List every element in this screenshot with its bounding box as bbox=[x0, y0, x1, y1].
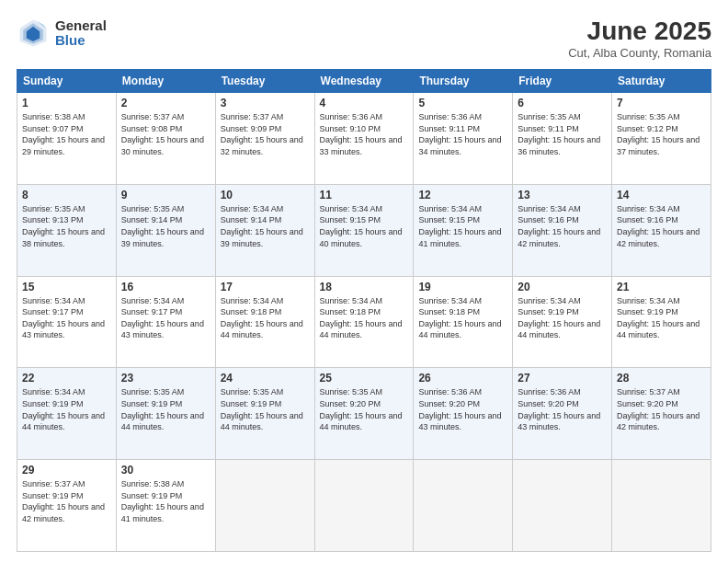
calendar-week-1: 1 Sunrise: 5:38 AMSunset: 9:07 PMDayligh… bbox=[17, 93, 711, 185]
calendar-week-4: 22 Sunrise: 5:34 AMSunset: 9:19 PMDaylig… bbox=[17, 368, 711, 460]
day-number: 26 bbox=[418, 372, 507, 385]
day-number: 7 bbox=[617, 97, 706, 109]
day-number: 28 bbox=[617, 372, 706, 385]
day-info: Sunrise: 5:36 AMSunset: 9:11 PMDaylight:… bbox=[418, 112, 501, 156]
day-info: Sunrise: 5:35 AMSunset: 9:13 PMDaylight:… bbox=[22, 204, 105, 248]
day-info: Sunrise: 5:35 AMSunset: 9:20 PMDaylight:… bbox=[320, 387, 403, 431]
day-info: Sunrise: 5:37 AMSunset: 9:08 PMDaylight:… bbox=[121, 112, 204, 156]
day-info: Sunrise: 5:35 AMSunset: 9:19 PMDaylight:… bbox=[221, 387, 303, 431]
day-number: 5 bbox=[418, 97, 507, 109]
day-info: Sunrise: 5:34 AMSunset: 9:19 PMDaylight:… bbox=[518, 296, 600, 340]
day-number: 18 bbox=[320, 281, 409, 293]
day-number: 21 bbox=[617, 281, 706, 293]
calendar-header-row: SundayMondayTuesdayWednesdayThursdayFrid… bbox=[17, 70, 711, 93]
day-info: Sunrise: 5:37 AMSunset: 9:20 PMDaylight:… bbox=[617, 387, 700, 431]
calendar-cell: 10 Sunrise: 5:34 AMSunset: 9:14 PMDaylig… bbox=[215, 184, 314, 276]
day-number: 12 bbox=[418, 189, 507, 201]
logo: General Blue bbox=[17, 17, 107, 50]
calendar-cell: 4 Sunrise: 5:36 AMSunset: 9:10 PMDayligh… bbox=[314, 93, 414, 185]
day-number: 10 bbox=[221, 189, 310, 201]
day-info: Sunrise: 5:34 AMSunset: 9:15 PMDaylight:… bbox=[320, 204, 403, 248]
day-info: Sunrise: 5:34 AMSunset: 9:16 PMDaylight:… bbox=[617, 204, 700, 248]
calendar-cell: 20 Sunrise: 5:34 AMSunset: 9:19 PMDaylig… bbox=[513, 276, 612, 368]
day-info: Sunrise: 5:34 AMSunset: 9:16 PMDaylight:… bbox=[518, 204, 600, 248]
day-info: Sunrise: 5:34 AMSunset: 9:18 PMDaylight:… bbox=[221, 296, 303, 340]
title-area: June 2025 Cut, Alba County, Romania bbox=[568, 17, 711, 60]
calendar-cell: 26 Sunrise: 5:36 AMSunset: 9:20 PMDaylig… bbox=[414, 368, 513, 460]
calendar-cell: 14 Sunrise: 5:34 AMSunset: 9:16 PMDaylig… bbox=[612, 184, 711, 276]
calendar-cell: 2 Sunrise: 5:37 AMSunset: 9:08 PMDayligh… bbox=[116, 93, 215, 185]
logo-blue-text: Blue bbox=[55, 33, 107, 49]
calendar-cell: 11 Sunrise: 5:34 AMSunset: 9:15 PMDaylig… bbox=[314, 184, 414, 276]
day-number: 11 bbox=[320, 189, 409, 201]
calendar-cell: 24 Sunrise: 5:35 AMSunset: 9:19 PMDaylig… bbox=[215, 368, 314, 460]
calendar-cell bbox=[314, 460, 414, 552]
day-number: 29 bbox=[22, 464, 111, 477]
day-info: Sunrise: 5:35 AMSunset: 9:19 PMDaylight:… bbox=[121, 387, 204, 431]
calendar-cell bbox=[612, 460, 711, 552]
day-info: Sunrise: 5:35 AMSunset: 9:12 PMDaylight:… bbox=[617, 112, 700, 156]
col-header-friday: Friday bbox=[513, 70, 612, 93]
subtitle: Cut, Alba County, Romania bbox=[568, 46, 711, 60]
calendar-cell bbox=[513, 460, 612, 552]
day-number: 4 bbox=[320, 97, 409, 109]
day-info: Sunrise: 5:34 AMSunset: 9:18 PMDaylight:… bbox=[418, 296, 501, 340]
day-info: Sunrise: 5:34 AMSunset: 9:15 PMDaylight:… bbox=[418, 204, 501, 248]
day-number: 23 bbox=[121, 372, 210, 385]
calendar-cell: 22 Sunrise: 5:34 AMSunset: 9:19 PMDaylig… bbox=[17, 368, 117, 460]
calendar-cell: 15 Sunrise: 5:34 AMSunset: 9:17 PMDaylig… bbox=[17, 276, 117, 368]
calendar-cell: 19 Sunrise: 5:34 AMSunset: 9:18 PMDaylig… bbox=[414, 276, 513, 368]
page: General Blue June 2025 Cut, Alba County,… bbox=[0, 0, 728, 563]
day-number: 3 bbox=[221, 97, 310, 109]
col-header-monday: Monday bbox=[116, 70, 215, 93]
calendar-cell: 9 Sunrise: 5:35 AMSunset: 9:14 PMDayligh… bbox=[116, 184, 215, 276]
day-info: Sunrise: 5:34 AMSunset: 9:19 PMDaylight:… bbox=[22, 387, 105, 431]
calendar-cell bbox=[215, 460, 314, 552]
day-info: Sunrise: 5:34 AMSunset: 9:17 PMDaylight:… bbox=[22, 296, 105, 340]
day-number: 2 bbox=[121, 97, 210, 109]
calendar-cell: 21 Sunrise: 5:34 AMSunset: 9:19 PMDaylig… bbox=[612, 276, 711, 368]
calendar-cell: 25 Sunrise: 5:35 AMSunset: 9:20 PMDaylig… bbox=[314, 368, 414, 460]
day-number: 9 bbox=[121, 189, 210, 201]
day-number: 8 bbox=[22, 189, 111, 201]
logo-general-text: General bbox=[55, 18, 107, 34]
calendar-table: SundayMondayTuesdayWednesdayThursdayFrid… bbox=[17, 69, 711, 552]
day-number: 22 bbox=[22, 372, 111, 385]
calendar-cell: 30 Sunrise: 5:38 AMSunset: 9:19 PMDaylig… bbox=[116, 460, 215, 552]
day-info: Sunrise: 5:35 AMSunset: 9:14 PMDaylight:… bbox=[121, 204, 204, 248]
logo-text: General Blue bbox=[55, 18, 107, 49]
day-number: 1 bbox=[22, 97, 111, 109]
day-info: Sunrise: 5:35 AMSunset: 9:11 PMDaylight:… bbox=[518, 112, 600, 156]
day-info: Sunrise: 5:34 AMSunset: 9:14 PMDaylight:… bbox=[221, 204, 303, 248]
day-number: 30 bbox=[121, 464, 210, 477]
day-number: 14 bbox=[617, 189, 706, 201]
calendar-cell: 5 Sunrise: 5:36 AMSunset: 9:11 PMDayligh… bbox=[414, 93, 513, 185]
calendar-cell: 8 Sunrise: 5:35 AMSunset: 9:13 PMDayligh… bbox=[17, 184, 117, 276]
day-info: Sunrise: 5:37 AMSunset: 9:09 PMDaylight:… bbox=[221, 112, 303, 156]
calendar-cell: 16 Sunrise: 5:34 AMSunset: 9:17 PMDaylig… bbox=[116, 276, 215, 368]
col-header-wednesday: Wednesday bbox=[314, 70, 414, 93]
day-number: 15 bbox=[22, 281, 111, 293]
calendar-cell: 29 Sunrise: 5:37 AMSunset: 9:19 PMDaylig… bbox=[17, 460, 117, 552]
col-header-tuesday: Tuesday bbox=[215, 70, 314, 93]
calendar-cell: 7 Sunrise: 5:35 AMSunset: 9:12 PMDayligh… bbox=[612, 93, 711, 185]
day-number: 27 bbox=[518, 372, 607, 385]
calendar-cell: 18 Sunrise: 5:34 AMSunset: 9:18 PMDaylig… bbox=[314, 276, 414, 368]
day-info: Sunrise: 5:37 AMSunset: 9:19 PMDaylight:… bbox=[22, 479, 105, 523]
col-header-saturday: Saturday bbox=[612, 70, 711, 93]
header: General Blue June 2025 Cut, Alba County,… bbox=[17, 17, 711, 60]
day-info: Sunrise: 5:34 AMSunset: 9:18 PMDaylight:… bbox=[320, 296, 403, 340]
day-info: Sunrise: 5:34 AMSunset: 9:19 PMDaylight:… bbox=[617, 296, 700, 340]
calendar-week-5: 29 Sunrise: 5:37 AMSunset: 9:19 PMDaylig… bbox=[17, 460, 711, 552]
day-info: Sunrise: 5:36 AMSunset: 9:10 PMDaylight:… bbox=[320, 112, 403, 156]
day-number: 25 bbox=[320, 372, 409, 385]
day-number: 13 bbox=[518, 189, 607, 201]
calendar-cell bbox=[414, 460, 513, 552]
day-number: 17 bbox=[221, 281, 310, 293]
calendar-cell: 13 Sunrise: 5:34 AMSunset: 9:16 PMDaylig… bbox=[513, 184, 612, 276]
calendar-week-3: 15 Sunrise: 5:34 AMSunset: 9:17 PMDaylig… bbox=[17, 276, 711, 368]
month-title: June 2025 bbox=[568, 17, 711, 46]
calendar-week-2: 8 Sunrise: 5:35 AMSunset: 9:13 PMDayligh… bbox=[17, 184, 711, 276]
day-number: 19 bbox=[418, 281, 507, 293]
day-number: 20 bbox=[518, 281, 607, 293]
